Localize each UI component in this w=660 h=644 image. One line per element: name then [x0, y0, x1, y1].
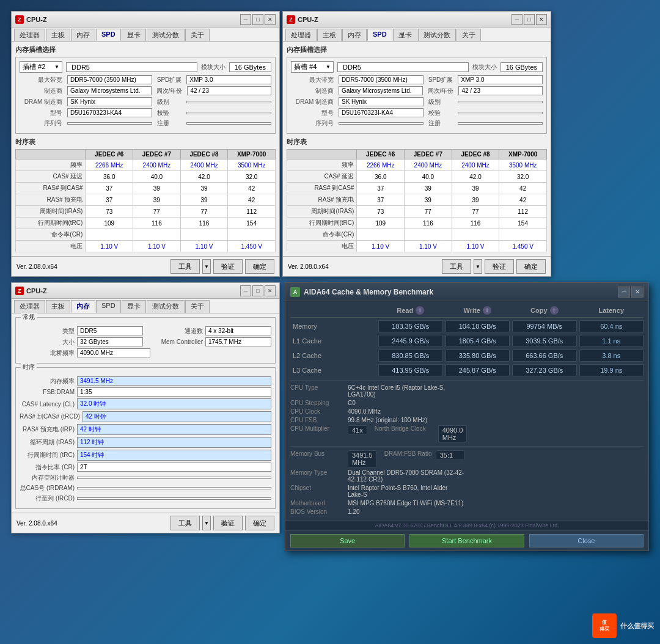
ok-btn-3[interactable]: 确定 [245, 516, 274, 530]
spd-ext-val-1: XMP 3.0 [186, 75, 271, 84]
cpu-stepping-row: CPU Stepping C0 [290, 400, 467, 406]
close-btn-1[interactable]: ✕ [265, 14, 276, 25]
tab-gpu-2[interactable]: 显卡 [393, 29, 417, 41]
tab-about-2[interactable]: 关于 [457, 29, 481, 41]
slot-select-2[interactable]: 插槽 #4 ▼ [291, 61, 334, 73]
checksum-val-2 [458, 112, 543, 114]
ok-btn-2[interactable]: 确定 [516, 259, 546, 274]
rank-val-1 [186, 101, 271, 103]
dram-mfr-val-2: SK Hynix [339, 97, 424, 106]
tab-memory-2[interactable]: 内存 [342, 29, 367, 41]
tab-bench-1[interactable]: 测试分数 [147, 29, 185, 41]
tools-arrow-1[interactable]: ▼ [202, 259, 211, 274]
title-text-3: CPU-Z [26, 287, 47, 295]
ddr-type-1: DDR5 [66, 62, 197, 72]
footer-2: Ver. 2.08.0.x64 工具 ▼ 验证 确定 [283, 256, 551, 276]
tab-bench-3[interactable]: 测试分数 [147, 300, 185, 313]
size-val-mem: 32 GBytes [77, 337, 143, 346]
idle-timer-label: 内存空闲计时器 [20, 474, 75, 482]
fsb-dram-label: FSB:DRAM [20, 389, 75, 395]
tab-spd-3[interactable]: SPD [96, 300, 121, 313]
trc-j7-1: 116 [133, 218, 181, 229]
aida64-window: A AIDA64 Cache & Memory Benchmark ─ ✕ Re… [285, 282, 649, 551]
minimize-btn-3[interactable]: ─ [240, 285, 251, 296]
freq-label-1: 频率 [16, 159, 86, 171]
chipset-row: Chipset Intel Raptor Point-S B760, Intel… [290, 485, 464, 498]
watermark-logo: 值得买 [592, 613, 617, 638]
aida-save-btn[interactable]: Save [290, 534, 405, 547]
jedec6-header-1: JEDEC #6 [86, 150, 133, 159]
validate-btn-2[interactable]: 验证 [485, 259, 514, 274]
title-bar-slot4: Z CPU-Z ─ □ ✕ [283, 12, 551, 27]
write-header: Write i [446, 306, 510, 315]
tools-arrow-3[interactable]: ▼ [202, 516, 211, 530]
cpuz-window-mem: Z CPU-Z ─ □ ✕ 处理器 主板 内存 SPD 显卡 测试分数 关于 常… [11, 282, 280, 533]
channels-val-mem: 4 x 32-bit [205, 326, 271, 335]
footer-3: Ver. 2.08.0.x64 工具 ▼ 验证 确定 [12, 513, 279, 533]
minimize-btn-1[interactable]: ─ [240, 14, 251, 25]
memory-latency: 60.4 ns [579, 320, 644, 332]
freq-j8-1: 2400 MHz [180, 159, 228, 171]
l2-row: L2 Cache 830.85 GB/s 335.80 GB/s 663.66 … [290, 349, 644, 362]
cpuz-icon-1: Z [15, 15, 24, 24]
tools-btn-3[interactable]: 工具 [170, 516, 200, 530]
l2-latency: 3.8 ns [579, 349, 644, 362]
nb-freq-val-mem: 4090.0 MHz [77, 348, 150, 357]
serial-val-2 [339, 122, 424, 125]
aida-close-btn[interactable]: ✕ [631, 287, 644, 298]
validate-btn-1[interactable]: 验证 [213, 259, 243, 274]
tab-about-3[interactable]: 关于 [185, 300, 210, 313]
l1-row: L1 Cache 2445.9 GB/s 1805.4 GB/s 3039.5 … [290, 335, 644, 347]
tab-motherboard-3[interactable]: 主板 [46, 300, 70, 313]
tab-motherboard-2[interactable]: 主板 [317, 29, 342, 41]
tools-btn-2[interactable]: 工具 [442, 259, 471, 274]
maximize-btn-3[interactable]: □ [252, 285, 263, 296]
cas-j6-1: 36.0 [86, 171, 133, 183]
read-info-icon[interactable]: i [416, 306, 424, 315]
general-label: 常规 [21, 313, 37, 321]
title-text-1: CPU-Z [26, 16, 47, 23]
tab-memory-3[interactable]: 内存 [71, 300, 95, 313]
aida-bench-btn[interactable]: Start Benchmark [409, 534, 524, 547]
tab-about-1[interactable]: 关于 [185, 29, 210, 41]
tab-gpu-3[interactable]: 显卡 [122, 300, 146, 313]
aida-minimize-btn[interactable]: ─ [618, 287, 630, 298]
l3-write: 245.87 GB/s [446, 364, 510, 376]
tab-bench-2[interactable]: 测试分数 [418, 29, 456, 41]
maximize-btn-2[interactable]: □ [524, 14, 535, 25]
trc-xmp-1: 154 [228, 218, 276, 229]
module-size-label-2: 模块大小 [472, 63, 497, 71]
minimize-btn-2[interactable]: ─ [512, 14, 522, 25]
validate-btn-3[interactable]: 验证 [213, 516, 243, 530]
max-bw-label-2: 最大带宽 [291, 76, 334, 84]
close-btn-2[interactable]: ✕ [536, 14, 547, 25]
write-info-icon[interactable]: i [483, 306, 491, 315]
xmp-header-1: XMP-7000 [228, 150, 276, 159]
dram-mfr-label-1: DRAM 制造商 [20, 98, 62, 106]
maximize-btn-1[interactable]: □ [252, 14, 263, 25]
tab-memory-1[interactable]: 内存 [71, 29, 95, 41]
tab-processor-1[interactable]: 处理器 [14, 29, 45, 41]
max-bw-val-1: DDR5-7000 (3500 MHz) [67, 75, 152, 84]
tab-processor-3[interactable]: 处理器 [14, 300, 45, 313]
aida-buttons-row: Save Start Benchmark Close [285, 530, 648, 551]
tab-gpu-1[interactable]: 显卡 [122, 29, 146, 41]
rascas-xmp-1: 42 [228, 183, 276, 194]
mem-bus-row: Memory Bus 3491.5 MHz DRAM:FSB Ratio 35:… [290, 450, 464, 467]
ok-btn-1[interactable]: 确定 [245, 259, 274, 274]
part-label-2: 型号 [291, 109, 334, 117]
slot-select-1[interactable]: 插槽 #2 ▼ [20, 61, 62, 73]
tab-spd-2[interactable]: SPD [367, 29, 392, 41]
tras-xmp-1: 112 [228, 206, 276, 218]
close-btn-3[interactable]: ✕ [265, 285, 276, 296]
trc-j8-1: 116 [180, 218, 228, 229]
tab-spd-1[interactable]: SPD [96, 29, 121, 41]
checksum-val-1 [186, 112, 271, 114]
tools-btn-1[interactable]: 工具 [170, 259, 200, 274]
tools-arrow-2[interactable]: ▼ [474, 259, 482, 274]
copy-info-icon[interactable]: i [550, 306, 559, 315]
tab-processor-2[interactable]: 处理器 [285, 29, 317, 41]
aida-close-action-btn[interactable]: Close [529, 534, 644, 547]
tab-motherboard-1[interactable]: 主板 [46, 29, 70, 41]
version-3: Ver. 2.08.0.x64 [16, 520, 57, 527]
